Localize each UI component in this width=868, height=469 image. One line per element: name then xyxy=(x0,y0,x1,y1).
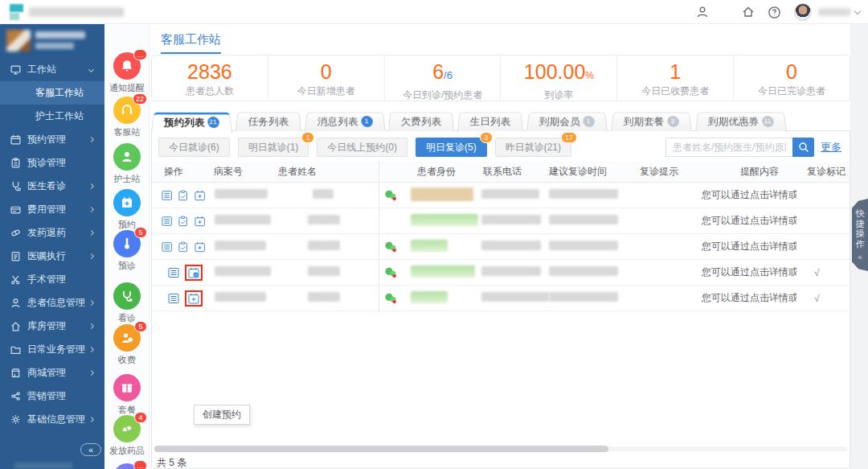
clipboard-icon xyxy=(10,158,21,168)
register-check-icon[interactable] xyxy=(178,190,188,201)
calendar-icon xyxy=(10,134,21,145)
patient-name-redacted xyxy=(313,189,334,199)
patient-identity-redacted xyxy=(411,265,475,278)
calendar-plus-icon[interactable] xyxy=(194,190,205,201)
sidebar-item-basic-info-mgmt[interactable]: 基础信息管理 xyxy=(0,408,104,431)
rail-item-nurse-station[interactable]: 护士站 xyxy=(104,143,149,185)
reminder-text: 您可以通过点击详情或客... xyxy=(698,214,796,228)
gear-icon xyxy=(10,414,21,425)
quick-station-rail: … 通知提醒 22 客服站 护士站 预约 5 预诊 看诊 xyxy=(104,24,149,469)
annotation-highlight-box xyxy=(185,265,203,281)
calendar-plus-icon[interactable] xyxy=(188,293,199,304)
tab-task-list[interactable]: 任务列表 xyxy=(235,112,301,131)
search-icon xyxy=(798,142,809,153)
rail-item-apps[interactable]: … xyxy=(104,463,149,469)
patient-name-redacted xyxy=(308,215,340,224)
sidebar-item-mall-mgmt[interactable]: 商城管理 xyxy=(0,361,104,385)
rail-item-appointment[interactable]: 预约 xyxy=(104,189,149,231)
rail-item-service-station[interactable]: 22 客服站 xyxy=(104,97,149,138)
sidebar: 工作站 客服工作站 护士工作站 预约管理 预诊管理 医生看诊 费用管理 发药退药… xyxy=(0,24,104,469)
rail-item-visit[interactable]: 看诊 xyxy=(104,282,149,324)
sidebar-footer-redacted xyxy=(14,463,72,469)
tab-expiring-members[interactable]: 到期会员 1 xyxy=(526,112,608,131)
sidebar-item-workstation[interactable]: 工作站 xyxy=(0,58,104,81)
sidebar-item-warehouse-mgmt[interactable]: 库房管理 xyxy=(0,315,104,338)
sidebar-collapse-button[interactable]: « xyxy=(80,443,101,456)
followup-flag: √ xyxy=(796,267,850,278)
tab-expiring-packages[interactable]: 到期套餐 2 xyxy=(611,112,692,131)
horizontal-scrollbar[interactable] xyxy=(154,446,847,451)
wechat-heart-icon xyxy=(384,266,398,279)
list-tabs: 预约列表 21 任务列表 消息列表 1 欠费列表 生日列表 到期会员 1 到期套… xyxy=(151,111,789,132)
tab-birthday-list[interactable]: 生日列表 xyxy=(457,112,523,131)
chevron-right-icon xyxy=(88,253,94,259)
sidebar-item-daily-business-mgmt[interactable]: 日常业务管理 xyxy=(0,338,104,361)
sidebar-item-appointment-mgmt[interactable]: 预约管理 xyxy=(0,128,104,151)
rail-item-dispense-medicine[interactable]: 4 发放药品 xyxy=(104,415,149,457)
appointment-panel: 今日就诊(6) 明日就诊(1)1 今日线上预约(0) 明日复诊(5)3 昨日就诊… xyxy=(151,130,850,469)
followup-time-redacted xyxy=(549,266,618,276)
annotation-highlight-box xyxy=(185,290,203,306)
home-icon xyxy=(10,321,21,331)
filter-yesterday-visits[interactable]: 昨日就诊(21)17 xyxy=(495,138,571,157)
more-link[interactable]: 更多 xyxy=(821,140,841,154)
filter-tomorrow-followups[interactable]: 明日复诊(5)3 xyxy=(416,138,487,157)
wechat-heart-icon xyxy=(384,189,398,202)
rail-item-notifications[interactable]: … 通知提醒 xyxy=(104,52,149,94)
detail-icon[interactable] xyxy=(168,267,179,278)
detail-icon[interactable] xyxy=(162,190,172,201)
chevron-down-icon[interactable] xyxy=(854,7,861,14)
calendar-check-icon[interactable] xyxy=(188,267,199,278)
stethoscope-icon xyxy=(113,282,141,310)
calendar-plus-icon xyxy=(113,189,141,216)
filter-tomorrow-visits[interactable]: 明日就诊(1)1 xyxy=(238,138,309,157)
quick-actions-flag[interactable]: 快捷操作 « xyxy=(852,199,868,271)
sidebar-item-marketing-mgmt[interactable]: 营销管理 xyxy=(0,385,104,408)
calendar-plus-icon[interactable] xyxy=(194,216,205,227)
clinic-subtitle-redacted xyxy=(35,43,74,49)
tab-appointment-list[interactable]: 预约列表 21 xyxy=(151,113,232,133)
sidebar-item-nurse-workstation[interactable]: 护士工作站 xyxy=(0,105,104,128)
sidebar-item-dispense-return[interactable]: 发药退药 xyxy=(0,221,104,245)
tab-expiring-coupons[interactable]: 到期优惠券 11 xyxy=(695,112,787,131)
case-number-redacted xyxy=(215,215,271,224)
sidebar-item-surgery-mgmt[interactable]: 手术管理 xyxy=(0,268,104,291)
sidebar-item-fee-mgmt[interactable]: 费用管理 xyxy=(0,198,104,221)
home-icon[interactable] xyxy=(741,6,755,19)
filter-today-online-bookings[interactable]: 今日线上预约(0) xyxy=(317,138,407,157)
register-check-icon[interactable] xyxy=(178,241,188,253)
filter-today-visits[interactable]: 今日就诊(6) xyxy=(158,138,230,157)
sidebar-item-patient-info-mgmt[interactable]: 患者信息管理 xyxy=(0,291,104,315)
phone-redacted xyxy=(481,241,541,250)
table-row: 您可以通过点击详情或客... √ xyxy=(152,286,850,311)
sidebar-item-order-execution[interactable]: 医嘱执行 xyxy=(0,245,104,268)
tab-badge: 2 xyxy=(667,116,680,127)
detail-icon[interactable] xyxy=(168,293,179,304)
detail-icon[interactable] xyxy=(162,241,172,253)
search-button[interactable] xyxy=(792,138,814,157)
help-icon[interactable] xyxy=(768,6,781,19)
medicine-icon: 4 xyxy=(113,415,141,442)
followup-flag: √ xyxy=(796,293,850,304)
avatar[interactable] xyxy=(794,3,812,21)
sidebar-item-prediagnosis-mgmt[interactable]: 预诊管理 xyxy=(0,151,104,175)
sidebar-item-doctor-visit[interactable]: 医生看诊 xyxy=(0,175,104,198)
rail-item-charging[interactable]: 5 收费 xyxy=(104,324,149,366)
user-icon[interactable] xyxy=(695,6,709,19)
rail-item-prediagnosis[interactable]: 5 预诊 xyxy=(104,230,149,272)
nurse-icon xyxy=(113,143,141,171)
patient-identity-redacted xyxy=(411,187,473,201)
tab-arrears-list[interactable]: 欠费列表 xyxy=(388,112,454,131)
share-icon xyxy=(10,391,21,401)
register-check-icon[interactable] xyxy=(178,216,188,227)
bell-icon: … xyxy=(113,52,141,80)
search-input[interactable] xyxy=(665,138,792,157)
calendar-plus-icon[interactable] xyxy=(194,241,205,253)
username-redacted xyxy=(818,8,850,16)
tab-message-list[interactable]: 消息列表 1 xyxy=(305,112,386,131)
table-header: 操作 病案号 患者姓名 患者身份 联系电话 建议复诊时间 复诊提示 提醒内容 复… xyxy=(152,162,850,183)
rail-item-package[interactable]: 套餐 xyxy=(104,374,149,416)
detail-icon[interactable] xyxy=(162,216,172,227)
sidebar-item-service-workstation[interactable]: 客服工作站 xyxy=(0,81,104,105)
scrollbar-thumb[interactable] xyxy=(154,446,608,452)
